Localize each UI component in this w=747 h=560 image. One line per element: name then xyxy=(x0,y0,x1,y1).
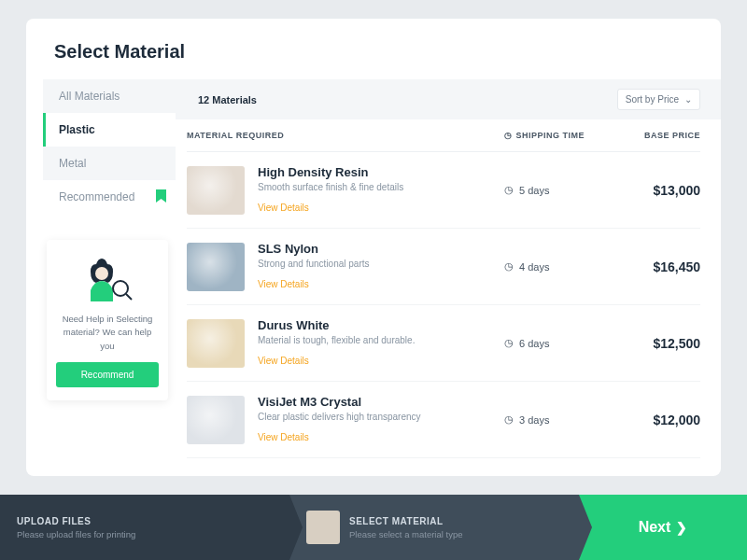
bookmark-icon xyxy=(156,189,166,205)
chevron-right-icon: ❯ xyxy=(676,520,687,535)
material-desc: Material is tough, flexible and durable. xyxy=(258,335,504,345)
step-title: SELECT MATERIAL xyxy=(349,516,462,526)
page-title: Select Material xyxy=(26,19,721,79)
shipping-time: ◷4 days xyxy=(504,260,607,273)
sort-dropdown[interactable]: Sort by Price ⌄ xyxy=(617,89,700,110)
material-rows: High Density Resin Smooth surface finish… xyxy=(187,152,700,458)
shipping-time: ◷5 days xyxy=(504,184,607,196)
table-row[interactable]: VisiJet M3 Crystal Clear plastic deliver… xyxy=(187,382,700,458)
base-price: $12,500 xyxy=(607,336,700,351)
base-price: $16,450 xyxy=(607,259,700,274)
table-row[interactable]: High Density Resin Smooth surface finish… xyxy=(187,152,700,229)
sidebar: All Materials Plastic Metal Recommended xyxy=(26,79,176,475)
view-details-link[interactable]: View Details xyxy=(258,356,309,366)
material-desc: Smooth surface finish & fine details xyxy=(258,182,504,192)
material-desc: Clear plastic delivers high transparency xyxy=(258,412,504,422)
recommend-button[interactable]: Recommend xyxy=(56,362,159,387)
tab-all-materials[interactable]: All Materials xyxy=(43,79,176,113)
next-button[interactable]: Next ❯ xyxy=(579,495,747,560)
sort-label: Sort by Price xyxy=(626,94,679,105)
shipping-time: ◷3 days xyxy=(504,413,607,426)
svg-point-0 xyxy=(95,267,108,280)
list-header: 12 Materials Sort by Price ⌄ xyxy=(176,79,721,119)
material-name: SLS Nylon xyxy=(258,242,504,256)
view-details-link[interactable]: View Details xyxy=(258,203,309,213)
material-count: 12 Materials xyxy=(198,94,257,105)
col-price: BASE PRICE xyxy=(607,131,700,140)
material-thumbnail xyxy=(187,319,245,368)
col-shipping: ◷SHIPPING TIME xyxy=(504,131,607,140)
step-subtitle: Please upload files for printing xyxy=(17,529,135,539)
material-info: High Density Resin Smooth surface finish… xyxy=(258,165,504,215)
table-row[interactable]: SLS Nylon Strong and functional parts Vi… xyxy=(187,229,700,305)
step-text: SELECT MATERIAL Please select a material… xyxy=(349,516,462,539)
tab-label: Recommended xyxy=(59,190,134,203)
material-name: High Density Resin xyxy=(258,165,504,179)
material-desc: Strong and functional parts xyxy=(258,259,504,269)
material-info: SLS Nylon Strong and functional parts Vi… xyxy=(258,242,504,291)
material-thumbnail xyxy=(187,243,245,291)
tab-label: Plastic xyxy=(59,123,95,136)
help-text: Need Help in Selecting material? We can … xyxy=(56,313,159,353)
base-price: $12,000 xyxy=(607,413,700,427)
view-details-link[interactable]: View Details xyxy=(258,432,309,442)
tab-label: Metal xyxy=(59,157,86,170)
svg-point-1 xyxy=(113,281,128,296)
material-thumbnail xyxy=(187,396,245,444)
main-card: Select Material All Materials Plastic Me… xyxy=(26,19,721,476)
step-subtitle: Please select a material type xyxy=(349,529,462,539)
shipping-time: ◷6 days xyxy=(504,337,607,349)
clock-icon: ◷ xyxy=(504,413,514,426)
material-name: Durus White xyxy=(258,318,504,332)
clock-icon: ◷ xyxy=(504,184,514,196)
tab-label: All Materials xyxy=(59,90,120,103)
base-price: $13,000 xyxy=(607,183,700,198)
clock-icon: ◷ xyxy=(504,260,514,273)
material-list: 12 Materials Sort by Price ⌄ MATERIAL RE… xyxy=(176,79,721,475)
tab-recommended[interactable]: Recommended xyxy=(43,180,176,214)
material-name: VisiJet M3 Crystal xyxy=(258,395,504,409)
svg-line-2 xyxy=(126,294,132,300)
step-select-material[interactable]: SELECT MATERIAL Please select a material… xyxy=(289,495,579,560)
wizard-stepper: UPLOAD FILES Please upload files for pri… xyxy=(0,495,747,560)
table-row[interactable]: Durus White Material is tough, flexible … xyxy=(187,305,700,382)
step-thumbnail xyxy=(306,511,340,544)
content-area: All Materials Plastic Metal Recommended xyxy=(26,79,721,475)
view-details-link[interactable]: View Details xyxy=(258,279,309,289)
step-text: UPLOAD FILES Please upload files for pri… xyxy=(17,516,135,539)
category-tabs: All Materials Plastic Metal Recommended xyxy=(43,79,176,214)
step-upload-files[interactable]: UPLOAD FILES Please upload files for pri… xyxy=(0,495,289,560)
material-info: VisiJet M3 Crystal Clear plastic deliver… xyxy=(258,395,504,444)
chevron-down-icon: ⌄ xyxy=(684,94,692,105)
tab-metal[interactable]: Metal xyxy=(43,147,176,180)
help-illustration xyxy=(78,253,137,305)
clock-icon: ◷ xyxy=(504,337,514,349)
material-info: Durus White Material is tough, flexible … xyxy=(258,318,504,368)
tab-plastic[interactable]: Plastic xyxy=(43,113,176,147)
material-thumbnail xyxy=(187,166,245,215)
clock-icon: ◷ xyxy=(504,131,513,140)
help-box: Need Help in Selecting material? We can … xyxy=(47,240,168,400)
next-label: Next xyxy=(639,519,671,536)
col-material: MATERIAL REQUIRED xyxy=(187,131,504,140)
step-title: UPLOAD FILES xyxy=(17,516,135,526)
column-headers: MATERIAL REQUIRED ◷SHIPPING TIME BASE PR… xyxy=(187,119,700,152)
